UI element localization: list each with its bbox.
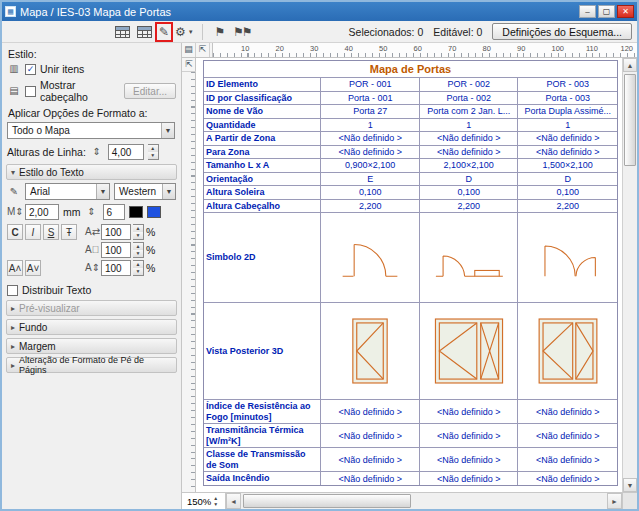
table-layout-button[interactable] — [112, 23, 132, 41]
section-margin[interactable]: ▸ Margem — [6, 338, 177, 354]
section-footer-format[interactable]: ▸ Alteração de Formato de Pé de Págins — [6, 357, 177, 373]
cell-value[interactable]: E — [321, 173, 420, 186]
zoom-control[interactable]: 150% ▲▼ — [182, 493, 226, 509]
apply-format-select[interactable]: Todo o Mapa ▼ — [7, 122, 175, 139]
cell-value[interactable]: <Não definido > — [321, 472, 420, 485]
scroll-right-icon[interactable]: ► — [607, 493, 622, 509]
strikethrough-button[interactable]: Ŧ — [61, 224, 77, 240]
cell-value[interactable]: <Não definido > — [420, 146, 519, 159]
cell-value[interactable]: D — [420, 173, 519, 186]
cell-value[interactable]: <Não definido > — [420, 132, 519, 145]
text-size-input[interactable]: 2,00 — [25, 204, 59, 220]
underline-button[interactable]: S — [43, 224, 59, 240]
cell-value[interactable]: Porta - 003 — [518, 92, 617, 105]
section-text-style[interactable]: ▾ Estilo do Texto — [6, 164, 177, 180]
cell-value[interactable]: <Não definido > — [518, 132, 617, 145]
cell-value[interactable]: <Não definido > — [321, 448, 420, 471]
cell-value[interactable]: <Não definido > — [518, 400, 617, 423]
cell-value[interactable]: POR - 003 — [518, 78, 617, 91]
scroll-left-icon[interactable]: ◄ — [226, 493, 241, 509]
cell-value[interactable]: <Não definido > — [420, 424, 519, 447]
vertical-scrollbar[interactable]: ▲ ▼ — [622, 58, 637, 492]
schedule-canvas[interactable]: Mapa de Portas ID ElementoPOR - 001POR -… — [196, 58, 622, 492]
cell-value[interactable]: 1 — [518, 119, 617, 132]
cell-value[interactable]: Porta - 002 — [420, 92, 519, 105]
door-double-swing-plan-icon[interactable] — [518, 213, 617, 302]
font-select[interactable]: Arial ▼ — [25, 183, 110, 200]
horizontal-scrollbar[interactable] — [241, 493, 607, 509]
select-in-model-button[interactable]: ⚑ — [210, 23, 230, 41]
minimize-button[interactable]: – — [579, 5, 596, 18]
cell-value[interactable]: 2,200 — [518, 200, 617, 213]
row-height-input[interactable]: 4,00 — [108, 144, 144, 160]
scroll-down-icon[interactable]: ▼ — [623, 478, 637, 492]
cell-value[interactable]: <Não definido > — [518, 424, 617, 447]
cell-value[interactable]: <Não definido > — [321, 132, 420, 145]
cell-value[interactable]: <Não definido > — [420, 400, 519, 423]
format-options-button[interactable]: ✎ — [158, 23, 170, 41]
origin-icon[interactable]: ⇱ — [182, 58, 196, 72]
pen-color-black-swatch[interactable] — [129, 206, 143, 218]
cell-value[interactable]: 2,200 — [321, 200, 420, 213]
cell-value[interactable]: 0,900×2,100 — [321, 159, 420, 172]
scale-factor-stepper[interactable]: ▲▼ — [133, 260, 144, 276]
pen-color-blue-swatch[interactable] — [147, 206, 161, 218]
scroll-up-icon[interactable]: ▲ — [623, 58, 637, 72]
edit-header-button[interactable]: Editar... — [124, 83, 176, 99]
cell-value[interactable]: <Não definido > — [518, 146, 617, 159]
cell-value[interactable]: Porta - 001 — [321, 92, 420, 105]
width-factor-input[interactable]: 100 — [101, 242, 131, 258]
cell-value[interactable]: 1 — [420, 119, 519, 132]
favorites-icon[interactable]: ✎ — [7, 186, 21, 198]
zoom-stepper[interactable]: ▲▼ — [213, 495, 218, 507]
settings-dropdown-button[interactable]: ⚙ ▼ — [174, 23, 195, 41]
cell-value[interactable]: 0,100 — [518, 186, 617, 199]
letter-spacing-input[interactable]: 100 — [101, 224, 131, 240]
row-height-stepper[interactable]: ▲▼ — [148, 144, 159, 160]
width-factor-stepper[interactable]: ▲▼ — [133, 242, 144, 258]
subscript-button[interactable]: A˅ — [25, 260, 41, 276]
cell-value[interactable]: 1,500×2,100 — [518, 159, 617, 172]
cell-value[interactable]: <Não definido > — [321, 400, 420, 423]
cell-value[interactable]: 2,100×2,100 — [420, 159, 519, 172]
distribute-text-checkbox[interactable] — [7, 285, 18, 296]
page-icon[interactable]: ▤ — [182, 43, 196, 57]
door-with-sidelight-plan-icon[interactable] — [420, 213, 519, 302]
superscript-button[interactable]: A˄ — [7, 260, 23, 276]
merge-items-checkbox[interactable]: ✓ — [25, 64, 36, 75]
cell-value[interactable]: <Não definido > — [518, 472, 617, 485]
cell-value[interactable]: <Não definido > — [321, 424, 420, 447]
cell-value[interactable]: POR - 002 — [420, 78, 519, 91]
cell-value[interactable]: Porta 27 — [321, 105, 420, 118]
cell-value[interactable]: Porta Dupla Assimé... — [518, 105, 617, 118]
letter-spacing-stepper[interactable]: ▲▼ — [133, 224, 144, 240]
door-double-elevation-icon[interactable] — [518, 303, 617, 399]
door-with-sidelight-elevation-icon[interactable] — [420, 303, 519, 399]
cell-value[interactable]: 2,200 — [420, 200, 519, 213]
fit-icon[interactable]: ⇱ — [196, 43, 210, 57]
door-single-elevation-icon[interactable] — [321, 303, 420, 399]
maximize-button[interactable]: ▢ — [598, 5, 615, 18]
line-spacing-input[interactable]: 6 — [103, 204, 125, 220]
horizontal-scroll-thumb[interactable] — [243, 494, 411, 508]
show-flags-button[interactable]: ⚑⚑ — [232, 23, 252, 41]
cell-value[interactable]: <Não definido > — [321, 146, 420, 159]
cell-value[interactable]: <Não definido > — [420, 472, 519, 485]
door-single-swing-plan-icon[interactable] — [321, 213, 420, 302]
cell-value[interactable]: POR - 001 — [321, 78, 420, 91]
italic-button[interactable]: I — [25, 224, 41, 240]
scheme-settings-button[interactable]: Definições do Esquema... — [492, 23, 632, 40]
bold-button[interactable]: C — [7, 224, 23, 240]
section-background[interactable]: ▸ Fundo — [6, 319, 177, 335]
cell-value[interactable]: <Não definido > — [420, 448, 519, 471]
cell-value[interactable]: 0,100 — [420, 186, 519, 199]
script-select[interactable]: Western ▼ — [114, 183, 176, 200]
section-preview[interactable]: ▸ Pré-visualizar — [6, 300, 177, 316]
scale-factor-input[interactable]: 100 — [101, 260, 131, 276]
vertical-scroll-thumb[interactable] — [624, 74, 636, 166]
show-header-checkbox[interactable] — [25, 86, 36, 97]
cell-value[interactable]: 0,100 — [321, 186, 420, 199]
cell-value[interactable]: D — [518, 173, 617, 186]
cell-value[interactable]: 1 — [321, 119, 420, 132]
close-button[interactable]: ✕ — [617, 5, 634, 18]
